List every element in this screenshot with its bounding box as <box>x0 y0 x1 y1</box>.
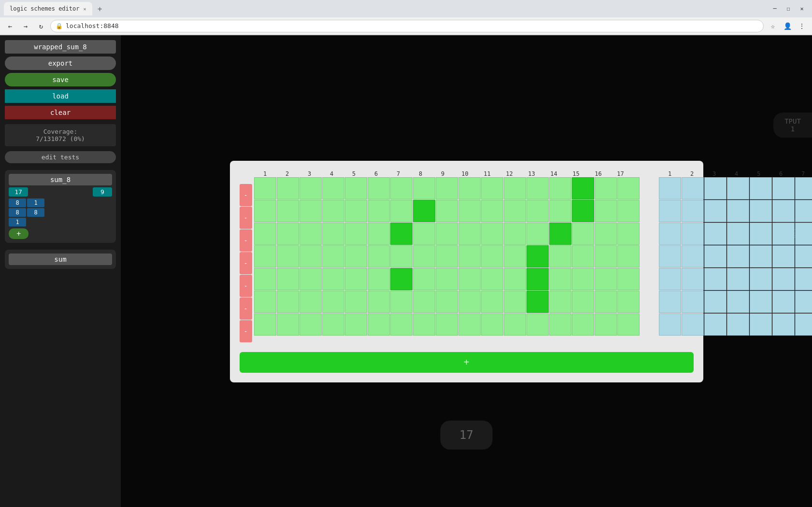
left-cell-r1-c15[interactable] <box>572 177 594 199</box>
right-cell-r6-c5[interactable] <box>750 291 772 313</box>
right-cell-r6-c6[interactable] <box>772 291 795 313</box>
left-cell-r4-c16[interactable] <box>595 245 617 268</box>
left-cell-r1-c10[interactable] <box>458 177 481 199</box>
right-cell-r6-c1[interactable] <box>659 291 681 313</box>
left-cell-r2-c1[interactable] <box>254 200 276 222</box>
menu-icon[interactable]: ⋮ <box>796 20 808 32</box>
left-cell-r5-c1[interactable] <box>254 268 276 290</box>
right-cell-r3-c1[interactable] <box>659 223 681 245</box>
left-cell-r3-c12[interactable] <box>504 223 526 245</box>
right-cell-r3-c6[interactable] <box>772 223 795 245</box>
left-cell-r6-c4[interactable] <box>322 291 344 313</box>
row-1-minus[interactable]: - <box>240 184 252 206</box>
right-cell-r3-c5[interactable] <box>750 223 772 245</box>
back-button[interactable]: ← <box>4 20 16 32</box>
left-cell-r4-c9[interactable] <box>436 245 458 268</box>
left-cell-r3-c7[interactable] <box>390 223 413 245</box>
right-cell-r2-c2[interactable] <box>682 200 704 222</box>
left-cell-r4-c13[interactable] <box>527 245 549 268</box>
left-cell-r5-c15[interactable] <box>572 268 594 290</box>
left-cell-r6-c6[interactable] <box>368 291 390 313</box>
right-cell-r3-c3[interactable] <box>704 223 727 245</box>
right-cell-r2-c1[interactable] <box>659 200 681 222</box>
left-cell-r7-c6[interactable] <box>368 313 390 336</box>
left-cell-r7-c13[interactable] <box>527 313 549 336</box>
left-cell-r2-c5[interactable] <box>345 200 367 222</box>
left-cell-r4-c7[interactable] <box>390 245 413 268</box>
export-button[interactable]: export <box>5 56 116 70</box>
left-cell-r1-c1[interactable] <box>254 177 276 199</box>
right-cell-r4-c3[interactable] <box>704 245 727 268</box>
left-cell-r1-c6[interactable] <box>368 177 390 199</box>
left-cell-r6-c14[interactable] <box>549 291 571 313</box>
left-cell-r2-c9[interactable] <box>436 200 458 222</box>
left-cell-r6-c1[interactable] <box>254 291 276 313</box>
left-cell-r7-c14[interactable] <box>549 313 571 336</box>
save-button[interactable]: save <box>5 73 116 86</box>
left-cell-r7-c10[interactable] <box>458 313 481 336</box>
left-cell-r3-c17[interactable] <box>617 223 640 245</box>
right-cell-r1-c5[interactable] <box>750 177 772 199</box>
left-cell-r2-c3[interactable] <box>299 200 322 222</box>
sum8-add-button[interactable]: + <box>9 228 28 239</box>
left-cell-r1-c4[interactable] <box>322 177 344 199</box>
left-cell-r5-c9[interactable] <box>436 268 458 290</box>
left-cell-r6-c9[interactable] <box>436 291 458 313</box>
left-cell-r4-c3[interactable] <box>299 245 322 268</box>
left-cell-r6-c2[interactable] <box>277 291 299 313</box>
right-cell-r3-c4[interactable] <box>727 223 749 245</box>
left-cell-r7-c17[interactable] <box>617 313 640 336</box>
left-cell-r6-c17[interactable] <box>617 291 640 313</box>
left-cell-r1-c11[interactable] <box>481 177 503 199</box>
left-cell-r7-c7[interactable] <box>390 313 413 336</box>
left-cell-r5-c6[interactable] <box>368 268 390 290</box>
minimize-button[interactable]: ─ <box>769 2 781 15</box>
left-cell-r2-c13[interactable] <box>527 200 549 222</box>
right-cell-r7-c3[interactable] <box>704 313 727 336</box>
left-cell-r1-c12[interactable] <box>504 177 526 199</box>
edit-tests-button[interactable]: edit tests <box>5 151 116 163</box>
row-7-minus[interactable]: - <box>240 320 252 342</box>
right-cell-r2-c3[interactable] <box>704 200 727 222</box>
right-cell-r2-c4[interactable] <box>727 200 749 222</box>
left-cell-r3-c16[interactable] <box>595 223 617 245</box>
left-cell-r5-c8[interactable] <box>413 268 435 290</box>
left-cell-r5-c5[interactable] <box>345 268 367 290</box>
maximize-button[interactable]: ☐ <box>782 2 795 15</box>
row-3-minus[interactable]: - <box>240 229 252 252</box>
left-cell-r6-c5[interactable] <box>345 291 367 313</box>
left-cell-r2-c8[interactable] <box>413 200 435 222</box>
left-cell-r5-c16[interactable] <box>595 268 617 290</box>
left-cell-r4-c12[interactable] <box>504 245 526 268</box>
left-cell-r4-c15[interactable] <box>572 245 594 268</box>
left-cell-r7-c3[interactable] <box>299 313 322 336</box>
left-cell-r5-c10[interactable] <box>458 268 481 290</box>
left-cell-r4-c11[interactable] <box>481 245 503 268</box>
load-button[interactable]: load <box>5 89 116 103</box>
right-cell-r7-c4[interactable] <box>727 313 749 336</box>
left-cell-r5-c4[interactable] <box>322 268 344 290</box>
right-cell-r5-c7[interactable] <box>795 268 812 290</box>
right-cell-r3-c7[interactable] <box>795 223 812 245</box>
left-cell-r3-c6[interactable] <box>368 223 390 245</box>
left-cell-r2-c16[interactable] <box>595 200 617 222</box>
left-cell-r2-c6[interactable] <box>368 200 390 222</box>
right-cell-r6-c7[interactable] <box>795 291 812 313</box>
right-cell-r6-c3[interactable] <box>704 291 727 313</box>
left-cell-r1-c5[interactable] <box>345 177 367 199</box>
left-cell-r6-c10[interactable] <box>458 291 481 313</box>
left-cell-r7-c1[interactable] <box>254 313 276 336</box>
right-cell-r5-c5[interactable] <box>750 268 772 290</box>
left-cell-r6-c8[interactable] <box>413 291 435 313</box>
left-cell-r2-c7[interactable] <box>390 200 413 222</box>
tab-close-icon[interactable]: ✕ <box>84 6 86 12</box>
left-cell-r7-c5[interactable] <box>345 313 367 336</box>
left-cell-r4-c8[interactable] <box>413 245 435 268</box>
active-tab[interactable]: logic schemes editor ✕ <box>4 2 92 15</box>
left-cell-r3-c15[interactable] <box>572 223 594 245</box>
left-cell-r2-c15[interactable] <box>572 200 594 222</box>
left-cell-r2-c12[interactable] <box>504 200 526 222</box>
left-cell-r2-c14[interactable] <box>549 200 571 222</box>
right-cell-r7-c5[interactable] <box>750 313 772 336</box>
right-cell-r1-c3[interactable] <box>704 177 727 199</box>
